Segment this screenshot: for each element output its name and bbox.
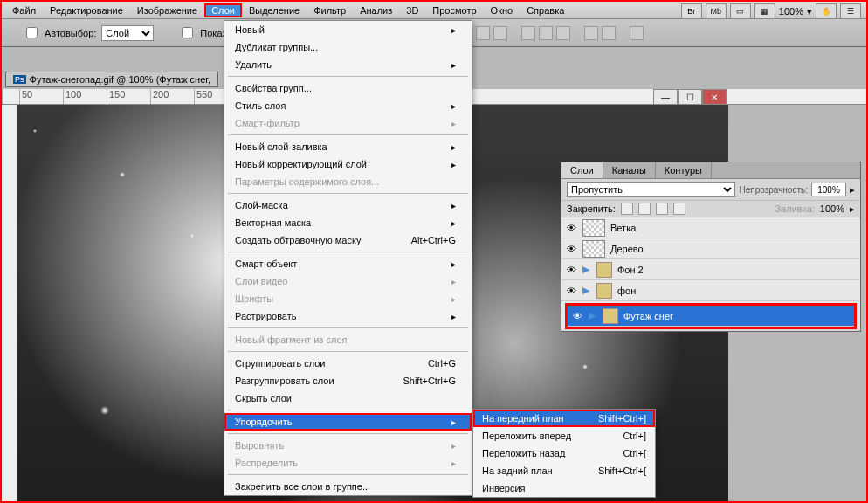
tab-channels[interactable]: Каналы [603, 162, 656, 178]
lock-transparency-icon[interactable] [621, 203, 633, 215]
menu-item[interactable]: Новый [224, 21, 472, 38]
menu-item[interactable]: Разгруппировать слоиShift+Ctrl+G [224, 372, 472, 389]
layer-row[interactable]: 👁▶Фон 2 [561, 259, 860, 280]
expand-triangle-icon[interactable]: ▶ [589, 310, 597, 321]
mb-btn[interactable]: Mb [706, 3, 727, 19]
layer-row[interactable]: 👁Ветка [561, 217, 860, 238]
layer-thumbnail [582, 240, 605, 258]
fill-field[interactable]: 100% [820, 203, 844, 214]
visibility-eye-icon[interactable]: 👁 [571, 310, 583, 322]
bridge-btn[interactable]: Br [681, 3, 702, 19]
menu-3d[interactable]: 3D [399, 3, 425, 17]
layers-menu: НовыйДубликат группы...УдалитьСвойства г… [224, 20, 472, 496]
menu-анализ[interactable]: Анализ [353, 3, 399, 17]
layer-name: фон [617, 286, 636, 296]
lock-position-icon[interactable] [656, 203, 668, 215]
menu-item: Параметры содержимого слоя... [224, 173, 472, 190]
align-icon[interactable] [556, 26, 570, 40]
document-tab[interactable]: Ps Футаж-снегопад.gif @ 100% (Футаж снег… [5, 72, 218, 87]
ruler-tick: 100 [63, 89, 107, 104]
blend-mode-select[interactable]: Пропустить [567, 182, 735, 197]
autoselect-target[interactable]: Слой [101, 25, 154, 41]
arrange-submenu: На передний планShift+Ctrl+]Переложить в… [472, 409, 656, 498]
layer-name: Фон 2 [617, 265, 644, 275]
ruler-tick: 200 [150, 89, 194, 104]
maximize-btn[interactable]: ☐ [678, 89, 702, 105]
menu-item[interactable]: Слой-маска [224, 196, 472, 214]
lock-image-icon[interactable] [638, 203, 651, 215]
align-icon[interactable] [630, 26, 644, 40]
fill-arrow-icon[interactable]: ▸ [850, 203, 855, 215]
menu-item[interactable]: Скрыть слои [224, 389, 472, 407]
close-btn[interactable]: ✕ [702, 89, 727, 105]
visibility-eye-icon[interactable]: 👁 [565, 264, 577, 276]
menu-выделение[interactable]: Выделение [242, 3, 307, 17]
menu-item[interactable]: Создать обтравочную маскуAlt+Ctrl+G [224, 231, 472, 249]
ps-icon: Ps [13, 75, 26, 84]
submenu-item: Инверсия [473, 479, 655, 497]
align-icon[interactable] [584, 26, 598, 40]
layer-row[interactable]: 👁▶Футаж снег [568, 306, 854, 327]
extra-btn[interactable]: ☰ [840, 3, 861, 19]
align-icon[interactable] [521, 26, 535, 40]
folder-icon [596, 283, 612, 299]
menu-item[interactable]: Упорядочить [224, 413, 472, 431]
opacity-arrow-icon[interactable]: ▸ [850, 184, 855, 196]
menu-item[interactable]: Удалить [224, 56, 472, 73]
submenu-item[interactable]: На задний планShift+Ctrl+[ [473, 462, 655, 479]
submenu-item[interactable]: Переложить назадCtrl+[ [473, 444, 655, 462]
menu-item[interactable]: Сгруппировать слоиCtrl+G [224, 355, 472, 372]
align-icon[interactable] [602, 26, 616, 40]
lock-label: Закрепить: [567, 203, 616, 214]
visibility-eye-icon[interactable]: 👁 [565, 243, 577, 255]
zoom-value[interactable]: 100% [779, 6, 803, 17]
submenu-item[interactable]: Переложить впередCtrl+] [473, 427, 655, 444]
visibility-eye-icon[interactable]: 👁 [565, 222, 577, 234]
menu-просмотр[interactable]: Просмотр [425, 3, 483, 17]
opacity-field[interactable]: 100% [811, 183, 846, 196]
align-icon[interactable] [539, 26, 553, 40]
align-buttons [458, 26, 644, 40]
tab-paths[interactable]: Контуры [656, 162, 712, 178]
menu-фильтр[interactable]: Фильтр [307, 3, 353, 17]
menu-item[interactable]: Новый слой-заливка [224, 138, 472, 155]
menu-item[interactable]: Векторная маска [224, 214, 472, 231]
show-checkbox[interactable] [182, 27, 193, 38]
menu-item[interactable]: Свойства групп... [224, 79, 472, 97]
arrange-btn[interactable]: ▦ [754, 3, 775, 19]
submenu-item[interactable]: На передний планShift+Ctrl+] [473, 410, 655, 427]
visibility-eye-icon[interactable]: 👁 [565, 285, 577, 297]
screen-mode-btn[interactable]: ▭ [730, 3, 751, 19]
autoselect-checkbox[interactable] [26, 27, 38, 38]
menu-справка[interactable]: Справка [520, 3, 571, 17]
menu-изображение[interactable]: Изображение [130, 3, 204, 17]
panel-tabs: Слои Каналы Контуры [561, 162, 860, 179]
layer-row[interactable]: 👁Дерево [561, 238, 860, 259]
fill-label: Заливка: [775, 203, 814, 214]
menu-item[interactable]: Смарт-объект [224, 255, 472, 272]
menu-окно[interactable]: Окно [484, 3, 520, 17]
expand-triangle-icon[interactable]: ▶ [582, 285, 591, 296]
menu-файл[interactable]: Файл [5, 3, 43, 17]
lock-all-icon[interactable] [673, 203, 685, 215]
layer-name: Футаж снег [623, 311, 673, 321]
menu-item[interactable]: Дубликат группы... [224, 38, 472, 56]
show-label: Показ [200, 28, 226, 38]
align-icon[interactable] [493, 26, 507, 40]
menu-item[interactable]: Стиль слоя [224, 97, 472, 114]
menu-item: Слои видео [224, 272, 472, 290]
align-icon[interactable] [476, 26, 490, 40]
layer-row[interactable]: 👁▶фон [561, 280, 860, 301]
menu-item[interactable]: Новый корректирующий слой [224, 155, 472, 173]
menu-редактирование[interactable]: Редактирование [43, 3, 130, 17]
document-title: Футаж-снегопад.gif @ 100% (Футаж снег, [30, 74, 211, 85]
menu-слои[interactable]: Слои [204, 3, 242, 17]
minimize-btn[interactable]: — [653, 89, 678, 105]
expand-triangle-icon[interactable]: ▶ [582, 264, 591, 275]
hand-btn[interactable]: ✋ [816, 3, 837, 19]
menu-item[interactable]: Растрировать [224, 307, 472, 325]
menu-item[interactable]: Закрепить все слои в группе... [224, 478, 472, 495]
tab-layers[interactable]: Слои [561, 162, 603, 178]
zoom-dropdown-icon[interactable]: ▾ [807, 6, 812, 17]
menu-item: Шрифты [224, 290, 472, 307]
